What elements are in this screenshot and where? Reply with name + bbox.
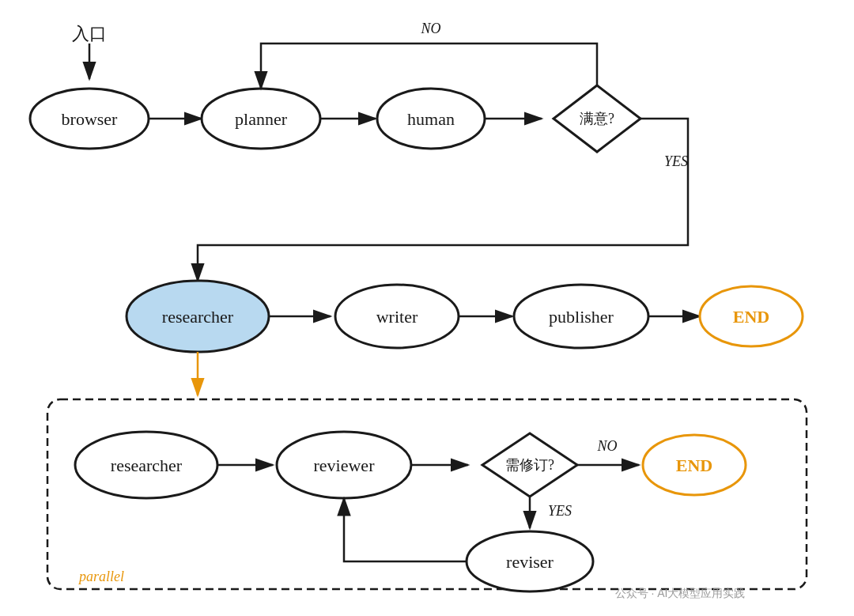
planner-label: planner [235, 109, 288, 129]
human-label: human [407, 109, 455, 129]
yes2-label: YES [548, 503, 572, 519]
browser-label: browser [62, 109, 119, 129]
reviewer-label: reviewer [314, 455, 376, 475]
no2-label: NO [596, 438, 617, 454]
entry-label: 入口 [72, 24, 107, 43]
parallel-label: parallel [77, 569, 124, 584]
needs-revision-label: 需修订? [505, 457, 554, 473]
end-bottom-label: END [676, 455, 712, 475]
end-top-label: END [733, 307, 769, 327]
writer-label: writer [376, 307, 418, 327]
yes-label: YES [664, 153, 688, 169]
reviser-label: reviser [506, 552, 554, 572]
researcher-top-label: researcher [162, 307, 234, 327]
researcher-bottom-label: researcher [111, 455, 183, 475]
publisher-label: publisher [549, 307, 614, 327]
no-label: NO [420, 21, 440, 36]
watermark: 公众号 · AI大模型应用实践 [615, 587, 746, 599]
satisfaction-label: 满意? [580, 111, 614, 127]
